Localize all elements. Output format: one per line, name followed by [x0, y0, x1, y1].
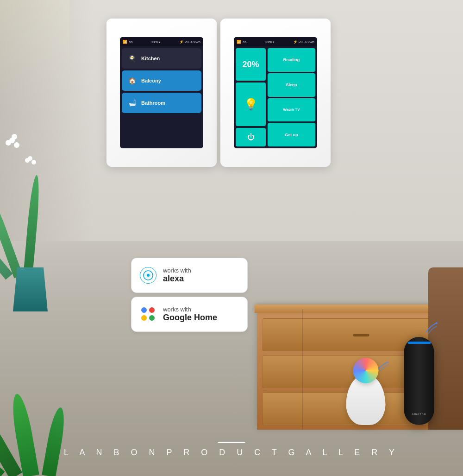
wall-panel-2: 📶 os 11:07 ⚡ 20.97kwh 20% 💡	[220, 19, 331, 167]
screen2-time: 11:07	[265, 40, 274, 44]
device-screen-2: 📶 os 11:07 ⚡ 20.97kwh 20% 💡	[234, 37, 317, 148]
scene-reading-btn[interactable]: Reading	[268, 48, 315, 72]
kitchen-icon: 🍳	[126, 53, 138, 64]
google-home-badge: works with Google Home	[131, 297, 248, 332]
svg-point-3	[436, 322, 438, 324]
brand-line	[218, 442, 245, 443]
screen1-status-bar: 📶 os 11:07 ⚡ 20.97kwh	[120, 37, 203, 46]
dresser-left-panel	[257, 309, 303, 430]
plant-vase	[13, 267, 48, 311]
google-home-top	[353, 358, 379, 383]
scene-buttons: Reading Sleep Watch TV Get up	[268, 48, 315, 146]
bathroom-icon: 🛁	[126, 97, 138, 108]
svg-point-2	[147, 274, 150, 277]
scene-watchtv-btn[interactable]: Watch TV	[268, 98, 315, 122]
energy-icon: ⚡	[179, 40, 184, 44]
bathroom-btn[interactable]: 🛁 Bathroom	[122, 93, 201, 113]
wall-panel-1: 📶 os 11:07 ⚡ 20.97kwh 🍳 Kitchen	[106, 19, 217, 167]
google-home-device	[343, 355, 389, 425]
light-icon-btn[interactable]: 💡	[236, 83, 266, 126]
amazon-echo: amazon	[400, 328, 438, 425]
screen1-energy: 20.97kwh	[185, 40, 200, 44]
wifi-waves-echo	[424, 321, 440, 336]
echo-body	[404, 337, 434, 425]
background-scene: 📶 os 11:07 ⚡ 20.97kwh 🍳 Kitchen	[0, 0, 463, 476]
wifi-icon-2: 📶	[237, 40, 241, 44]
energy-icon-2: ⚡	[293, 40, 298, 44]
light-beam	[0, 0, 69, 139]
google-dot-yellow	[141, 315, 147, 321]
screen2-layout: 20% 💡 ⏻ Reading Sleep Watch TV Get up	[236, 48, 315, 146]
signal-label: os	[129, 40, 132, 44]
drawer-handle-1	[353, 334, 369, 336]
brand-text: L A N B O N P R O D U C T G A L L E R Y	[64, 448, 399, 457]
alexa-badge: works with alexa	[131, 258, 248, 293]
balcony-btn[interactable]: 🏠 Balcony	[122, 70, 201, 91]
balcony-icon: 🏠	[126, 75, 138, 86]
google-dot-blue	[141, 307, 147, 313]
google-badge-text: works with Google Home	[163, 306, 217, 323]
bathroom-label: Bathroom	[141, 100, 165, 106]
alexa-badge-text: works with alexa	[163, 267, 191, 284]
balcony-label: Balcony	[141, 78, 161, 83]
echo-ring	[407, 342, 431, 344]
google-dot-red	[149, 307, 155, 313]
scene-sleep-btn[interactable]: Sleep	[268, 73, 315, 97]
wall-panels-container: 📶 os 11:07 ⚡ 20.97kwh 🍳 Kitchen	[106, 19, 331, 167]
device-screen-1: 📶 os 11:07 ⚡ 20.97kwh 🍳 Kitchen	[120, 37, 203, 148]
bottom-plant	[0, 374, 111, 476]
screen1-rooms: 🍳 Kitchen 🏠 Balcony 🛁 Bathroom	[120, 46, 203, 115]
scene-getup-btn[interactable]: Get up	[268, 123, 315, 146]
screen1-time: 11:07	[151, 40, 160, 44]
wifi-waves-google	[377, 360, 391, 374]
alexa-icon	[140, 267, 156, 284]
kitchen-btn[interactable]: 🍳 Kitchen	[122, 48, 201, 69]
brightness-value: 20%	[236, 48, 266, 81]
alexa-name: alexa	[163, 274, 191, 284]
badges-area: works with alexa works with Google Home	[131, 258, 248, 332]
plant-leaves	[0, 128, 79, 277]
wifi-icon: 📶	[123, 40, 127, 44]
power-btn[interactable]: ⏻	[236, 128, 266, 146]
screen2-status-bar: 📶 os 11:07 ⚡ 20.97kwh	[234, 37, 317, 46]
google-icon	[140, 306, 156, 323]
alexa-works-with: works with	[163, 267, 191, 274]
signal-label-2: os	[243, 40, 246, 44]
amazon-label: amazon	[412, 413, 426, 416]
google-home-name: Google Home	[163, 313, 217, 323]
kitchen-label: Kitchen	[141, 56, 160, 61]
google-works-with: works with	[163, 306, 217, 313]
screen2-energy: 20.97kwh	[299, 40, 314, 44]
brightness-section: 20% 💡 ⏻	[236, 48, 266, 146]
screen2-main-content: 20% 💡 ⏻ Reading Sleep Watch TV Get up	[234, 46, 317, 148]
google-dot-green	[149, 315, 155, 321]
